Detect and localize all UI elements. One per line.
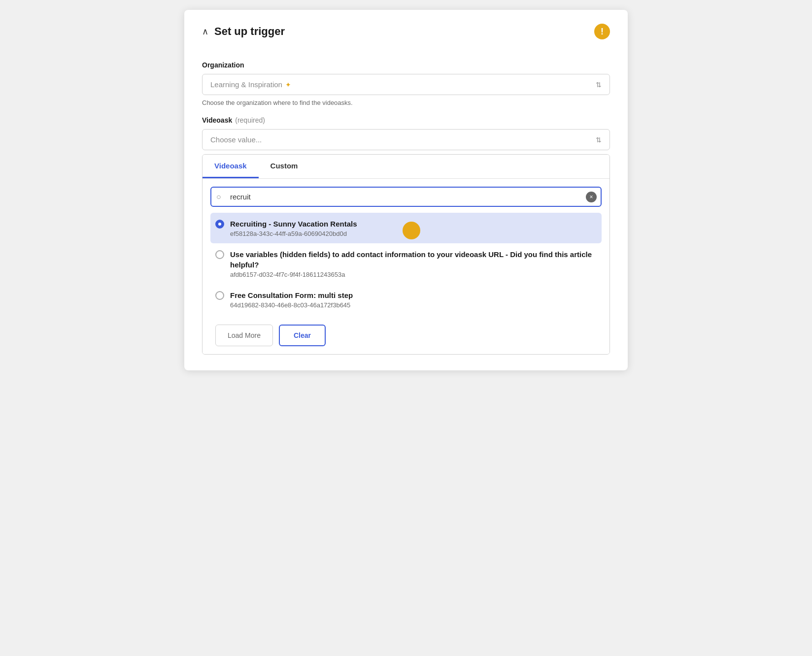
org-helper-text: Choose the organization where to find th… bbox=[202, 99, 610, 106]
tabs-header: Videoask Custom bbox=[203, 155, 609, 179]
item-title: Use variables (hidden fields) to add con… bbox=[230, 249, 597, 270]
list-items: Recruiting - Sunny Vacation Rentals ef58… bbox=[210, 213, 602, 315]
page-title: Set up trigger bbox=[214, 25, 285, 38]
org-name: Learning & Inspiration bbox=[210, 80, 282, 89]
chevron-updown-icon-2: ⇅ bbox=[596, 136, 602, 144]
tab-videoask[interactable]: Videoask bbox=[203, 155, 259, 178]
trigger-header: ∧ Set up trigger ! bbox=[184, 10, 628, 49]
search-input[interactable] bbox=[210, 187, 602, 207]
search-icon: ○ bbox=[216, 193, 221, 201]
radio-unselected-icon bbox=[215, 291, 224, 300]
videoask-placeholder: Choose value... bbox=[210, 135, 262, 144]
list-item[interactable]: Use variables (hidden fields) to add con… bbox=[210, 243, 602, 284]
videoask-select[interactable]: Choose value... ⇅ bbox=[202, 129, 610, 150]
item-content: Free Consultation Form: multi step 64d19… bbox=[230, 290, 597, 309]
list-item[interactable]: Free Consultation Form: multi step 64d19… bbox=[210, 284, 602, 315]
load-more-button[interactable]: Load More bbox=[215, 325, 273, 346]
search-wrapper: ○ × bbox=[210, 187, 602, 207]
chevron-updown-icon: ⇅ bbox=[596, 81, 602, 89]
clear-button[interactable]: Clear bbox=[279, 325, 326, 346]
item-title: Free Consultation Form: multi step bbox=[230, 290, 597, 300]
tabs-section: Videoask Custom ○ × bbox=[202, 154, 610, 355]
radio-unselected-icon bbox=[215, 250, 224, 259]
item-content: Recruiting - Sunny Vacation Rentals ef58… bbox=[230, 219, 597, 237]
tabs-content: ○ × Recruiting - Sunny Vacation Rentals … bbox=[203, 179, 609, 354]
organization-select[interactable]: Learning & Inspiration ✦ ⇅ bbox=[202, 74, 610, 95]
warning-badge[interactable]: ! bbox=[594, 24, 610, 39]
trigger-panel: ∧ Set up trigger ! Organization Learning… bbox=[184, 10, 628, 370]
item-id: 64d19682-8340-46e8-8c03-46a172f3b645 bbox=[230, 301, 597, 309]
tab-custom[interactable]: Custom bbox=[259, 155, 310, 178]
bottom-actions: Load More Clear bbox=[210, 325, 602, 346]
item-content: Use variables (hidden fields) to add con… bbox=[230, 249, 597, 278]
organization-label: Organization bbox=[202, 61, 610, 69]
item-id: afdb6157-d032-4f7c-9f4f-18611243653a bbox=[230, 271, 597, 278]
videoask-label: Videoask(required) bbox=[202, 116, 610, 124]
sparkle-icon: ✦ bbox=[285, 81, 291, 89]
org-value-row: Learning & Inspiration ✦ bbox=[210, 80, 291, 89]
close-icon: × bbox=[589, 194, 593, 200]
radio-selected-icon bbox=[215, 220, 224, 229]
trigger-title-row: ∧ Set up trigger bbox=[202, 25, 285, 38]
search-clear-button[interactable]: × bbox=[586, 192, 597, 202]
required-text: (required) bbox=[235, 116, 265, 124]
trigger-body: Organization Learning & Inspiration ✦ ⇅ … bbox=[184, 49, 628, 370]
list-item[interactable]: Recruiting - Sunny Vacation Rentals ef58… bbox=[210, 213, 602, 243]
item-title: Recruiting - Sunny Vacation Rentals bbox=[230, 219, 597, 229]
collapse-icon[interactable]: ∧ bbox=[202, 26, 208, 37]
item-id: ef58128a-343c-44ff-a59a-60690420bd0d bbox=[230, 230, 597, 237]
